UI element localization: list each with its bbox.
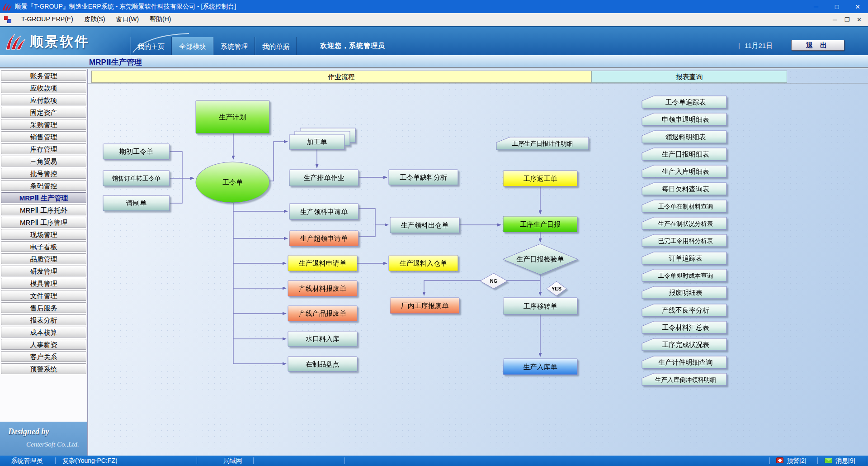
- report-button[interactable]: 生产在制状况分析表: [642, 217, 726, 229]
- node-processing-order[interactable]: 加工单: [289, 128, 355, 149]
- report-button[interactable]: 工令单追踪表: [642, 96, 726, 108]
- svg-text:YES: YES: [552, 286, 561, 291]
- flow-nodes: 生产计划期初工令单销售订单转工令单请制单工令单加工单生产排单作业工令单缺料分析生…: [103, 100, 589, 375]
- status-user: 系统管理员: [11, 457, 42, 465]
- divider: [866, 457, 866, 464]
- report-button[interactable]: 每日欠料查询表: [642, 183, 726, 195]
- divider: [253, 457, 254, 464]
- svg-text:请制单: 请制单: [126, 199, 146, 207]
- svg-text:产线材料报废单: 产线材料报废单: [299, 285, 346, 292]
- node-process-transfer[interactable]: 工序移转单: [503, 298, 577, 314]
- node-yes[interactable]: YES: [547, 281, 566, 296]
- node-process-daily-report[interactable]: 工序生产日报: [503, 216, 577, 232]
- report-button[interactable]: 生产计件明细查询: [642, 356, 726, 368]
- svg-text:已完工令用料分析表: 已完工令用料分析表: [658, 238, 713, 244]
- node-shortage-analysis[interactable]: 工令单缺料分析: [389, 170, 458, 185]
- svg-text:工令单即时成本查询: 工令单即时成本查询: [658, 272, 713, 279]
- node-production-in[interactable]: 生产入库单: [503, 359, 577, 375]
- svg-text:生产入库倒冲领料明细: 生产入库倒冲领料明细: [655, 376, 716, 383]
- svg-text:工令单: 工令单: [222, 178, 243, 186]
- status-message[interactable]: 消息[9]: [835, 457, 855, 465]
- node-line-material-scrap[interactable]: 产线材料报废单: [288, 281, 357, 296]
- node-material-issue[interactable]: 生产领料出仓单: [390, 217, 459, 233]
- report-button[interactable]: 已完工令用料分析表: [642, 234, 726, 247]
- flowchart-layer: 生产计划期初工令单销售订单转工令单请制单工令单加工单生产排单作业工令单缺料分析生…: [0, 0, 868, 466]
- svg-text:加工单: 加工单: [307, 138, 327, 146]
- node-sales-to-work-order[interactable]: 销售订单转工令单: [103, 171, 170, 186]
- report-buttons: 工令单追踪表申领申退明细表领退料明细表生产日报明细表生产入库明细表每日欠料查询表…: [642, 96, 726, 385]
- svg-text:工序生产日报计件明细: 工序生产日报计件明细: [512, 140, 573, 147]
- message-icon: [825, 458, 832, 463]
- svg-text:厂内工序报废单: 厂内工序报废单: [401, 302, 448, 309]
- svg-text:领退料明细表: 领退料明细表: [665, 133, 706, 141]
- report-button[interactable]: 生产入库倒冲领料明细: [642, 373, 726, 385]
- divider: [817, 457, 818, 464]
- report-button[interactable]: 产线不良率分析: [642, 304, 726, 316]
- svg-text:NG: NG: [490, 278, 498, 284]
- svg-text:订单追踪表: 订单追踪表: [669, 254, 703, 262]
- node-material-request[interactable]: 生产领料申请单: [289, 204, 359, 219]
- svg-text:生产在制状况分析表: 生产在制状况分析表: [658, 220, 713, 227]
- status-computer: 复杂(Young-PC:FZ): [62, 457, 118, 465]
- svg-text:产线不良率分析: 产线不良率分析: [662, 306, 709, 314]
- report-button[interactable]: 工令单即时成本查询: [642, 269, 726, 281]
- svg-text:生产退料申请单: 生产退料申请单: [299, 259, 346, 267]
- svg-text:工令单追踪表: 工令单追踪表: [665, 98, 706, 106]
- node-return-in[interactable]: 生产退料入仓单: [389, 255, 458, 271]
- report-button[interactable]: 领退料明细表: [642, 131, 726, 143]
- report-button[interactable]: 申领申退明细表: [642, 113, 726, 125]
- svg-text:产线产品报废单: 产线产品报废单: [299, 309, 346, 317]
- report-button[interactable]: 工序完成状况表: [642, 338, 726, 351]
- svg-text:生产入库单: 生产入库单: [524, 363, 557, 371]
- svg-text:工令材料汇总表: 工令材料汇总表: [662, 323, 709, 331]
- svg-text:生产计件明细查询: 生产计件明细查询: [659, 358, 713, 366]
- svg-text:销售订单转工令单: 销售订单转工令单: [112, 175, 161, 182]
- svg-text:生产超领申请单: 生产超领申请单: [300, 234, 348, 242]
- node-production-plan[interactable]: 生产计划: [196, 100, 269, 133]
- status-alert[interactable]: 预警[2]: [787, 457, 807, 465]
- status-network: 局域网: [212, 457, 253, 465]
- svg-text:工令单缺料分析: 工令单缺料分析: [400, 173, 447, 181]
- svg-text:生产日报明细表: 生产日报明细表: [662, 150, 709, 158]
- svg-text:每日欠料查询表: 每日欠料查询表: [662, 185, 709, 193]
- node-factory-process-scrap[interactable]: 厂内工序报废单: [390, 298, 459, 314]
- node-return-request[interactable]: 生产退料申请单: [288, 255, 357, 271]
- svg-text:工序移转单: 工序移转单: [524, 302, 557, 310]
- node-excess-request[interactable]: 生产超领申请单: [289, 231, 359, 246]
- node-line-product-scrap[interactable]: 产线产品报废单: [288, 306, 357, 321]
- divider: [344, 457, 345, 464]
- report-button[interactable]: 生产入库明细表: [642, 165, 726, 177]
- svg-text:期初工令单: 期初工令单: [119, 147, 153, 155]
- svg-text:生产入库明细表: 生产入库明细表: [662, 167, 709, 175]
- divider: [55, 457, 56, 464]
- svg-text:在制品盘点: 在制品盘点: [306, 360, 340, 368]
- svg-text:生产计划: 生产计划: [219, 113, 246, 121]
- status-bar: 系统管理员 复杂(Young-PC:FZ) 局域网 预警[2] 消息[9]: [0, 456, 868, 466]
- node-process-daily-piecework[interactable]: 工序生产日报计件明细: [496, 137, 589, 150]
- svg-text:工序返工单: 工序返工单: [524, 175, 557, 182]
- node-request-order[interactable]: 请制单: [103, 195, 170, 211]
- node-daily-inspection[interactable]: 生产日报检验单: [503, 244, 578, 275]
- node-initial-work-order[interactable]: 期初工令单: [103, 144, 170, 159]
- svg-text:报废明细表: 报废明细表: [669, 289, 703, 296]
- svg-text:生产日报检验单: 生产日报检验单: [517, 255, 564, 263]
- node-work-order[interactable]: 工令单: [196, 162, 269, 203]
- report-button[interactable]: 报废明细表: [642, 286, 726, 299]
- erp-application-window: 顺景『T-GROUP』制造业ERP系统 - 东莞顺景软件科技有限公司 - [系统…: [0, 0, 868, 466]
- node-process-rework[interactable]: 工序返工单: [503, 171, 577, 186]
- node-scheduling[interactable]: 生产排单作业: [289, 170, 359, 186]
- alert-icon: [776, 457, 783, 463]
- divider: [769, 457, 770, 464]
- node-ng[interactable]: NG: [480, 273, 507, 289]
- report-button[interactable]: 工令单在制材料查询: [642, 200, 726, 212]
- svg-text:申领申退明细表: 申领申退明细表: [662, 115, 709, 123]
- report-button[interactable]: 工令材料汇总表: [642, 321, 726, 333]
- svg-text:生产退料入仓单: 生产退料入仓单: [400, 259, 447, 267]
- report-button[interactable]: 订单追踪表: [642, 252, 726, 264]
- divider: [197, 457, 197, 464]
- node-sprue-material-in[interactable]: 水口料入库: [288, 331, 357, 347]
- svg-text:工序生产日报: 工序生产日报: [520, 220, 561, 228]
- report-button[interactable]: 生产日报明细表: [642, 148, 726, 160]
- node-wip-stocktake[interactable]: 在制品盘点: [288, 357, 357, 371]
- svg-text:生产领料出仓单: 生产领料出仓单: [401, 221, 448, 229]
